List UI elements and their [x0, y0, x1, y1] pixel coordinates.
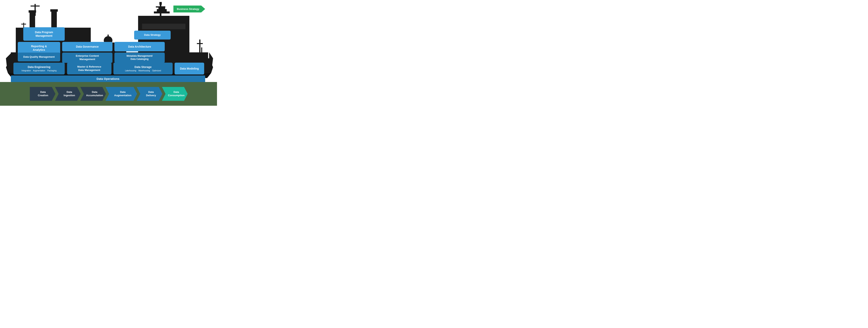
chevron-data-creation: DataCreation [30, 87, 56, 101]
chevron-data-delivery: DataDelivery [137, 87, 162, 101]
data-modeling-box: Data Modeling [175, 63, 204, 75]
data-operations-box: Data Operations [11, 76, 205, 82]
chevron-strip: DataCreation DataIngestion DataAccumulat… [0, 82, 217, 106]
data-program-management-box: Data ProgramManagement [23, 27, 65, 41]
data-quality-management-box: Data Quality Management [18, 53, 60, 61]
reporting-analytics-box: Reporting &Analytics [18, 42, 60, 54]
chevron-data-consumption: DataConsumption [162, 87, 188, 101]
data-engineering-box: Data Engineering Integration Augmentatio… [13, 63, 65, 75]
chevron-data-accumulation: DataAccumulation [80, 87, 106, 101]
enterprise-content-management-box: Enterprise ContentManagement [62, 53, 113, 63]
data-architecture-box: Data Architecture [115, 42, 165, 51]
chevron-data-ingestion: DataIngestion [55, 87, 81, 101]
data-storage-box: Data Storage Lakehousing Warehousing Opt… [114, 63, 173, 75]
boxes-layer: Data ProgramManagement Data Strategy Rep… [0, 0, 217, 82]
diagram-area: Business Strategy Data ProgramManagement… [0, 0, 217, 82]
data-strategy-box: Data Strategy [134, 31, 170, 39]
master-reference-data-box: Master & ReferenceData Management [67, 63, 112, 75]
metadata-management-box: Metadata Management/Data Cataloging [115, 53, 165, 63]
data-governance-box: Data Governance [62, 42, 113, 51]
chevron-data-augmentation: DataAugmentation [105, 87, 137, 101]
